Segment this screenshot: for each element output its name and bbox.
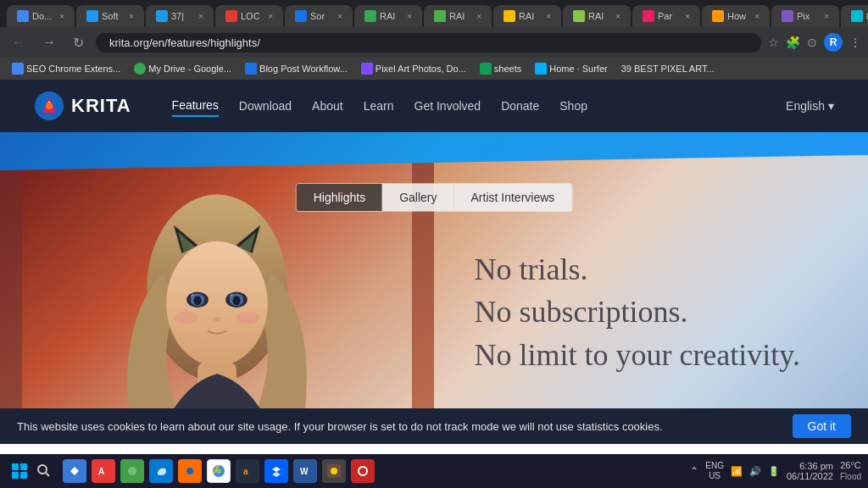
forward-button[interactable]: →	[37, 33, 61, 52]
svg-point-13	[213, 317, 220, 322]
svg-rect-19	[12, 472, 19, 479]
tab-soft[interactable]: Soft×	[76, 5, 144, 27]
content-tabs: Highlights Gallery Artist Interviews	[296, 183, 573, 212]
chrome-extension-icon[interactable]: 🧩	[786, 36, 800, 49]
system-tray-icons: ⌃	[690, 465, 698, 477]
svg-rect-17	[12, 463, 19, 470]
bookmark-surfer[interactable]: Home · Surfer	[530, 61, 612, 76]
svg-point-30	[186, 468, 193, 474]
taskbar-icon-misc[interactable]	[322, 459, 346, 483]
tab-sor[interactable]: Sor×	[285, 5, 353, 27]
taskbar-icons: A a W	[63, 459, 375, 483]
bookmark-drive-label: My Drive - Google...	[148, 64, 231, 74]
krita-logo[interactable]: KRITA	[34, 91, 131, 121]
tab-do[interactable]: Do...×	[7, 5, 75, 27]
svg-text:A: A	[98, 467, 104, 476]
address-input[interactable]	[96, 33, 761, 53]
bookmark-seo[interactable]: SEO Chrome Extens...	[7, 61, 125, 76]
cookie-text: This website uses cookies to learn about…	[17, 420, 793, 433]
bookmark-pixel[interactable]: Pixel Art Photos, Do...	[356, 61, 471, 76]
taskbar-icon-amazon[interactable]: a	[236, 459, 259, 483]
nav-download[interactable]: Download	[239, 96, 292, 116]
nav-features[interactable]: Features	[172, 95, 219, 117]
taskbar: A a W ⌃ ENGUS	[0, 454, 868, 488]
svg-text:a: a	[243, 467, 248, 476]
taskbar-icon-chrome[interactable]	[207, 459, 231, 483]
bookmarks-bar: SEO Chrome Extens... My Drive - Google..…	[0, 58, 868, 80]
tab-gallery[interactable]: Gallery	[382, 184, 453, 211]
bookmark-sheets-label: sheets	[494, 64, 521, 74]
taskbar-icon-3[interactable]	[120, 459, 144, 483]
taskbar-right: ⌃ ENGUS 📶 🔊 🔋 6:36 pm 06/11/2022 26°C Fl…	[690, 460, 861, 481]
tab-8bi[interactable]: 8bi×	[841, 5, 868, 27]
taskbar-date-display: 06/11/2022	[787, 471, 833, 481]
battery-icon[interactable]: 🔋	[768, 466, 780, 477]
svg-point-27	[128, 467, 136, 475]
wifi-icon[interactable]: 📶	[731, 466, 743, 477]
taskbar-icon-word[interactable]: W	[293, 459, 317, 483]
tab-rai1[interactable]: RAI×	[354, 5, 422, 27]
volume-icon[interactable]: 🔊	[749, 466, 761, 477]
taskbar-icon-firefox[interactable]	[178, 459, 202, 483]
tab-rai4[interactable]: RAI×	[563, 5, 631, 27]
hero-line-1: No trials.	[474, 248, 800, 291]
nav-shop[interactable]: Shop	[559, 96, 587, 116]
reload-button[interactable]: ↻	[68, 33, 89, 53]
nav-language[interactable]: English ▾	[786, 99, 834, 113]
got-it-button[interactable]: Got it	[793, 414, 851, 438]
sync-icon[interactable]: ⊙	[807, 36, 817, 49]
bookmark-pixel-label: Pixel Art Photos, Do...	[376, 64, 466, 74]
nav-about[interactable]: About	[312, 96, 343, 116]
krita-logo-icon	[34, 91, 64, 121]
browser-actions: ☆ 🧩 ⊙ R ⋮	[768, 33, 861, 52]
taskbar-icon-1[interactable]	[63, 459, 86, 483]
tab-highlights[interactable]: Highlights	[297, 184, 382, 211]
bookmark-drive[interactable]: My Drive - Google...	[129, 61, 236, 76]
hero-line-2: No subscriptions.	[474, 291, 800, 333]
tab-artist-interviews[interactable]: Artist Interviews	[454, 184, 572, 211]
nav-donate[interactable]: Donate	[501, 96, 539, 116]
search-icon	[37, 464, 51, 478]
nav-get-involved[interactable]: Get Involved	[415, 96, 481, 116]
svg-line-22	[46, 473, 49, 476]
bookmark-blog[interactable]: Blog Post Workflow...	[240, 61, 353, 76]
svg-text:W: W	[300, 467, 309, 476]
svg-point-12	[232, 296, 240, 305]
bookmark-pixelart[interactable]: 39 BEST PIXEL ART...	[616, 62, 720, 75]
blue-stripe	[0, 132, 868, 170]
search-button[interactable]	[32, 459, 56, 483]
menu-button[interactable]: ⋮	[849, 36, 861, 49]
svg-point-21	[38, 465, 47, 474]
nav-learn[interactable]: Learn	[364, 96, 394, 116]
bookmark-blog-label: Blog Post Workflow...	[259, 64, 348, 74]
svg-point-15	[174, 312, 198, 324]
taskbar-icon-edge[interactable]	[149, 459, 173, 483]
bookmark-sheets[interactable]: sheets	[475, 61, 526, 76]
lang-indicator[interactable]: ENGUS	[705, 461, 724, 481]
bookmark-star-icon[interactable]: ☆	[768, 36, 779, 49]
hero-section: Highlights Gallery Artist Interviews No …	[0, 132, 868, 444]
tab-37[interactable]: 37|×	[146, 5, 214, 27]
character-svg	[0, 132, 434, 444]
taskbar-icon-game[interactable]	[351, 459, 375, 483]
bookmark-surfer-label: Home · Surfer	[549, 64, 607, 74]
profile-button[interactable]: R	[824, 33, 843, 52]
tab-pix[interactable]: Pix×	[771, 5, 839, 27]
taskbar-clock[interactable]: 6:36 pm 06/11/2022	[787, 461, 833, 481]
hero-text: No trials. No subscriptions. No limit to…	[474, 248, 800, 376]
tab-rai2[interactable]: RAI×	[424, 5, 492, 27]
tray-icon-1[interactable]: ⌃	[690, 465, 698, 477]
cookie-bar: This website uses cookies to learn about…	[0, 408, 868, 444]
tab-how[interactable]: How×	[702, 5, 770, 27]
taskbar-weather[interactable]: 26°C Flood	[840, 460, 861, 481]
language-label: English	[786, 99, 825, 113]
taskbar-icon-2[interactable]: A	[92, 459, 115, 483]
start-button[interactable]	[7, 458, 32, 484]
tab-par[interactable]: Par×	[632, 5, 700, 27]
tab-loc[interactable]: LOC×	[215, 5, 283, 27]
taskbar-icon-dropbox[interactable]	[264, 459, 288, 483]
bookmark-seo-label: SEO Chrome Extens...	[26, 64, 120, 74]
back-button[interactable]: ←	[7, 33, 31, 52]
tab-rai3[interactable]: RAI×	[493, 5, 561, 27]
address-bar-row: ← → ↻ ☆ 🧩 ⊙ R ⋮	[0, 27, 868, 58]
